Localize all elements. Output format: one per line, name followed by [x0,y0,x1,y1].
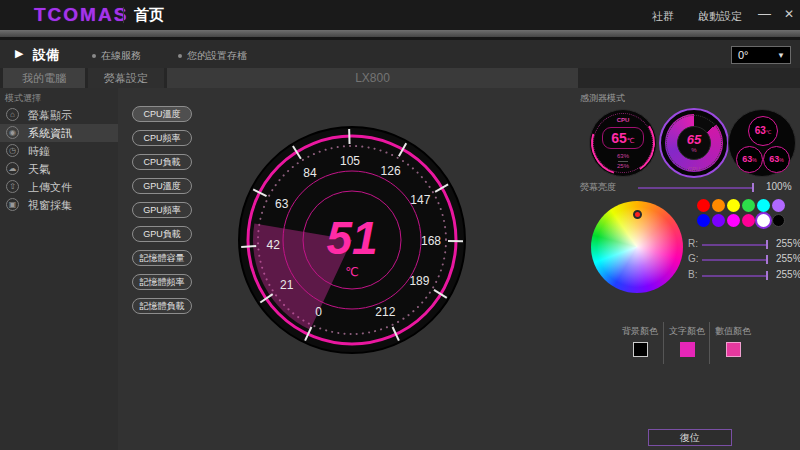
title-bar: TCOMAS 首页 社群 啟動設定 — ✕ [0,0,800,30]
app-logo: TCOMAS [34,4,128,26]
palette-swatch-ff0096[interactable] [742,214,755,227]
color-setting-2: 文字顏色 [664,325,710,357]
preview2-bottom-label: CPU [661,166,727,172]
palette-swatch-ff0000[interactable] [697,199,710,212]
svg-text:168: 168 [421,234,441,248]
sidebar-item-4[interactable]: ☁天氣 [0,160,118,178]
rgb-slider-track[interactable] [702,259,768,261]
preview3-circle-1: 63℃ [748,116,778,146]
metric-button-6[interactable]: GPU負載 [132,226,192,242]
titlebar-separator [123,7,124,23]
sidebar-item-3[interactable]: ◷時鐘 [0,142,118,160]
metric-button-3[interactable]: CPU負載 [132,154,192,170]
palette-swatch-7a00ff[interactable] [712,214,725,227]
metric-button-5[interactable]: GPU頻率 [132,202,192,218]
rgb-slider-handle[interactable] [766,255,768,264]
monitor-icon: ⌂ [6,108,19,121]
rgb-slider-label-G: G: [688,253,699,264]
sensor-style-preview-1[interactable]: CPU 65℃ 63% 25% [589,109,657,177]
window-capture-icon: ▣ [6,198,19,211]
svg-text:126: 126 [381,164,401,178]
metric-button-1[interactable]: CPU溫度 [132,106,192,122]
sensor-style-preview-3[interactable]: 63℃ 63% 63% [728,109,796,177]
brightness-label: 熒幕亮度 [580,181,616,194]
palette-swatch-0000ff[interactable] [697,214,710,227]
rgb-slider-label-B: B: [688,269,697,280]
palette-swatch-2ddd4a[interactable] [742,199,755,212]
sidebar-item-label: 螢幕顯示 [28,108,72,123]
svg-text:0: 0 [315,305,322,319]
clock-icon: ◷ [6,144,19,157]
temperature-gauge: 02142638410512614716818921251℃ [237,125,467,355]
color-setting-swatch[interactable] [633,342,648,357]
upload-icon: ⇧ [6,180,19,193]
preview1-sub-value-2: 25% [590,163,656,169]
sidebar-item-label: 天氣 [28,162,50,177]
preview1-value: 65℃ [590,130,656,146]
sidebar-item-1[interactable]: ⌂螢幕顯示 [0,106,118,124]
color-wheel-marker[interactable] [633,210,642,219]
color-setting-label: 文字顏色 [664,325,710,338]
sidebar-item-5[interactable]: ⇧上傳文件 [0,178,118,196]
rgb-slider-track[interactable] [702,244,768,246]
rgb-slider-handle[interactable] [766,271,768,280]
svg-text:105: 105 [340,154,360,168]
ridge-strip [0,30,800,37]
divider [618,161,628,162]
preview2-value: 65 [661,132,727,147]
svg-text:84: 84 [303,166,317,180]
preview1-sub-value-1: 63% [590,153,656,159]
tab-my-computer[interactable]: 我的電腦 [3,68,85,88]
palette-swatch-ffffff[interactable] [757,214,770,227]
sidebar-item-label: 視窗採集 [28,198,72,213]
svg-text:51: 51 [326,212,377,264]
rgb-slider-value: 255% [776,269,800,280]
palette-swatch-ff00ff[interactable] [727,214,740,227]
color-setting-swatch[interactable] [680,342,695,357]
device-arrow-icon: ▶ [15,47,23,60]
preview1-top-label: CPU [590,117,656,123]
device-toolbar: ▶ 設備 在線服務 您的設置存檔 [0,40,800,68]
online-service-link[interactable]: 在線服務 [92,49,141,63]
metric-button-4[interactable]: GPU溫度 [132,178,192,194]
brightness-slider-handle[interactable] [752,183,754,192]
palette-swatch-ffff00[interactable] [727,199,740,212]
metric-button-7[interactable]: 記憶體容量 [132,250,192,266]
sidebar-item-2[interactable]: ◉系統資訊 [0,124,118,142]
community-link[interactable]: 社群 [652,9,674,24]
color-setting-swatch[interactable] [726,342,741,357]
close-button[interactable]: ✕ [784,7,794,21]
sidebar-item-label: 時鐘 [28,144,50,159]
system-info-icon: ◉ [6,126,19,139]
rotation-dropdown[interactable]: 0° ▼ [731,46,791,64]
color-setting-label: 數值顏色 [710,325,756,338]
sidebar-item-label: 系統資訊 [28,126,72,141]
color-setting-1: 背景顏色 [617,325,663,357]
rgb-slider-handle[interactable] [766,240,768,249]
tab-screen-settings[interactable]: 熒幕設定 [88,68,164,88]
tab-bar: 我的電腦 熒幕設定 LX800 [0,68,800,88]
rgb-slider-track[interactable] [702,275,768,277]
launch-settings-link[interactable]: 啟動設定 [698,9,742,24]
settings-archive-link[interactable]: 您的設置存檔 [178,49,247,63]
sidebar-item-6[interactable]: ▣視窗採集 [0,196,118,214]
minimize-button[interactable]: — [758,6,771,21]
palette-swatch-b168ff[interactable] [772,199,785,212]
color-setting-label: 背景顏色 [617,325,663,338]
preview3-circle-3: 63% [763,146,790,173]
bullet-icon [92,54,96,58]
metric-button-2[interactable]: CPU頻率 [132,130,192,146]
palette-swatch-00ffff[interactable] [757,199,770,212]
metric-button-8[interactable]: 記憶體頻率 [132,274,192,290]
metric-button-9[interactable]: 記憶體負載 [132,298,192,314]
sidebar-header: 模式選擇 [5,92,41,105]
app-window: TCOMAS 首页 社群 啟動設定 — ✕ ▶ 設備 在線服務 您的設置存檔 0… [0,0,800,450]
device-label: 設備 [33,46,59,64]
palette-swatch-000000[interactable] [772,214,785,227]
palette-swatch-ff8a00[interactable] [712,199,725,212]
mode-sidebar: 模式選擇 ⌂螢幕顯示◉系統資訊◷時鐘☁天氣⇧上傳文件▣視窗採集 [0,88,118,450]
rgb-slider-value: 255% [776,238,800,249]
reset-button[interactable]: 復位 [648,429,732,446]
brightness-slider[interactable] [638,187,754,189]
sensor-style-preview-2-selected[interactable]: 65 % CPU [659,108,729,178]
